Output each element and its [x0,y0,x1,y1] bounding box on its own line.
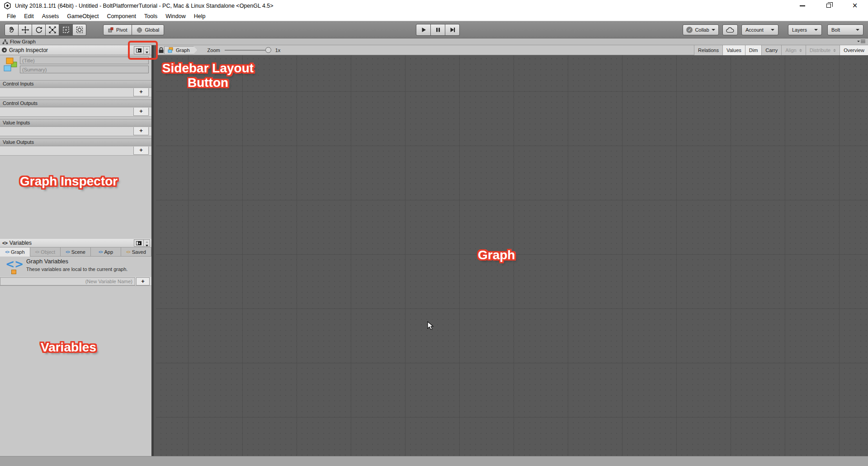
tab-flow-graph[interactable]: Flow Graph [0,38,40,45]
play-button[interactable] [416,24,431,36]
account-dropdown[interactable]: Account [741,24,778,35]
distribute-dropdown[interactable]: Distribute [806,45,840,55]
pivot-toggle-button[interactable]: Pivot [103,24,132,35]
menu-tools[interactable]: Tools [140,11,161,21]
variables-move-up-button[interactable] [144,240,150,244]
variables-layout-icon [136,241,142,245]
flow-graph-icon [2,39,8,45]
annotation-variables: Variables [41,340,96,355]
menu-file[interactable]: File [3,11,20,21]
menu-edit[interactable]: Edit [20,11,38,21]
restore-button[interactable] [816,0,842,11]
up-arrow-icon [146,240,148,243]
title-bar: Unity 2018.1.1f1 (64bit) - Untitled - Bo… [0,0,868,11]
cloud-icon [726,27,734,33]
value-inputs-row: + [0,127,151,136]
dim-toggle[interactable]: Dim [745,45,762,55]
flow-machine-icon [3,57,18,73]
tab-app-label: App [104,249,113,255]
new-variable-name-input[interactable] [0,277,135,285]
pivot-label: Pivot [116,27,127,33]
account-label: Account [745,27,764,33]
graph-toolbar: Graph Zoom 1x Relations Values Dim Carry… [156,45,868,55]
add-variable-button[interactable]: + [136,277,150,285]
graph-variables-description: These variables are local to the current… [26,266,127,272]
menu-assets[interactable]: Assets [38,11,63,21]
panel-menu-button[interactable] [857,39,865,43]
scale-tool-button[interactable] [45,24,59,36]
move-tool-button[interactable] [18,24,32,36]
align-sort-icon [799,48,802,53]
layers-dropdown[interactable]: Layers [788,24,822,35]
graph-toolbar-buttons: Relations Values Dim Carry Align Distrib… [694,45,868,55]
app-variables-icon: <> [99,250,103,254]
menu-window[interactable]: Window [161,11,189,21]
step-icon [449,27,456,33]
menu-component[interactable]: Component [103,11,140,21]
overview-button[interactable]: Overview [840,45,868,55]
bolt-label: Bolt [831,27,840,33]
menu-gameobject[interactable]: GameObject [63,11,103,21]
zoom-slider[interactable] [225,50,270,51]
section-value-outputs: Value Outputs [0,138,151,146]
playback-controls [416,24,460,36]
control-outputs-row: + [0,108,151,117]
control-inputs-row: + [0,88,151,97]
tab-flow-graph-label: Flow Graph [10,39,36,44]
play-icon [420,27,427,33]
dropdown-triangle-icon [857,41,860,43]
section-control-outputs: Control Outputs [0,100,151,107]
bolt-sidebar: Graph Inspector Control Inputs + Control… [0,45,154,456]
add-value-input-button[interactable]: + [133,127,149,135]
rect-tool-button[interactable] [59,24,73,36]
hand-tool-button[interactable] [5,24,19,36]
variables-cube-icon [11,270,16,274]
variables-tab-saved[interactable]: <> Saved [121,247,151,257]
transform-tools [5,24,86,36]
transform-icon [75,26,84,34]
rotate-icon [35,26,43,34]
new-variable-row: + [0,277,151,286]
rect-icon [62,26,70,34]
values-toggle[interactable]: Values [722,45,745,55]
graph-inspector-title: Graph Inspector [9,47,48,53]
variables-tab-object[interactable]: <> Object [30,247,61,257]
variables-tab-graph[interactable]: <> Graph [0,247,30,257]
close-button[interactable]: × [842,0,868,11]
rotate-tool-button[interactable] [32,24,46,36]
zoom-slider-handle[interactable] [265,47,271,53]
add-control-input-button[interactable]: + [133,88,149,96]
graph-breadcrumb[interactable]: Graph [164,46,198,54]
step-button[interactable] [445,24,460,36]
variables-tab-scene[interactable]: <> Scene [61,247,91,257]
align-dropdown[interactable]: Align [781,45,805,55]
saved-variables-icon: <> [126,250,130,254]
cloud-button[interactable] [722,24,738,35]
variables-layout-button[interactable] [134,239,144,247]
collab-dropdown[interactable]: ✓ Collab [683,24,719,35]
graph-summary-input[interactable] [20,66,149,73]
variables-title: Variables [9,240,32,246]
graph-variables-big-icon: <> [5,258,24,273]
carry-toggle[interactable]: Carry [761,45,781,55]
minimize-button[interactable] [789,0,816,11]
relations-toggle[interactable]: Relations [694,45,722,55]
lock-icon[interactable] [158,47,164,53]
bolt-layout-dropdown[interactable]: Bolt [827,24,863,35]
variables-reorder-spinner[interactable] [144,239,150,247]
pause-button[interactable] [430,24,445,36]
tab-graph-label: Graph [11,249,25,255]
transform-tool-button[interactable] [72,24,86,36]
tab-object-label: Object [41,249,55,255]
scene-variables-icon: <> [66,250,70,254]
add-control-output-button[interactable]: + [133,108,149,116]
restore-icon [826,4,831,8]
add-value-output-button[interactable]: + [133,147,149,155]
hamburger-icon [861,40,865,43]
menu-bar: File Edit Assets GameObject Component To… [0,11,868,21]
zoom-value: 1x [275,48,281,53]
global-toggle-button[interactable]: Global [132,24,164,35]
menu-help[interactable]: Help [190,11,210,21]
variables-tab-app[interactable]: <> App [91,247,121,257]
section-value-inputs: Value Inputs [0,119,151,127]
